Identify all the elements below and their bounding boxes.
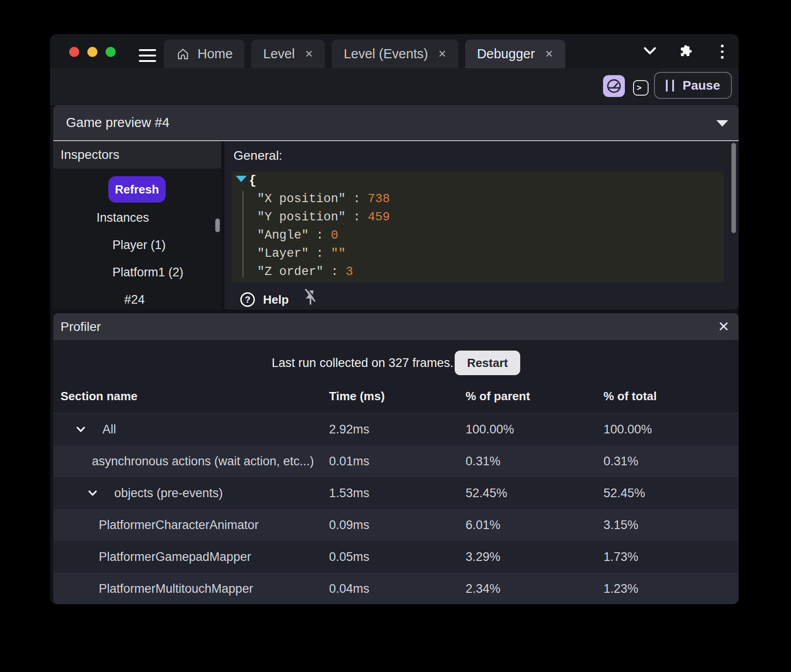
inspector-item[interactable]: Instances [96,209,149,227]
profiler-row[interactable]: All2.92ms100.00%100.00% [53,413,739,445]
percent-total-cell: 100.00% [603,423,652,437]
section-name: All [53,423,116,437]
inspector-item[interactable]: Player (1) [112,236,166,254]
tab-level-events-[interactable]: Level (Events)✕ [332,40,458,68]
game-preview-header[interactable]: Game preview #4 [53,105,739,140]
close-window-button[interactable] [69,47,79,57]
pause-icon [666,80,674,92]
help-icon[interactable]: ? [240,292,255,307]
collapse-caret-icon[interactable] [716,120,728,127]
profiler-status-text: Last run collected on 327 frames. [272,356,453,370]
debugger-content: Inspectors Refresh InstancesPlayer (1)Pl… [53,141,739,310]
tab-label: Home [198,46,233,61]
json-open-brace: { [232,172,390,190]
percent-parent-cell: 6.01% [466,518,501,532]
profiler-panel: Profiler ✕ Last run collected on 327 fra… [53,313,739,604]
chevron-down-icon[interactable] [643,46,657,56]
percent-parent-cell: 100.00% [466,423,514,437]
json-property[interactable]: "Y position" : 459 [232,208,390,226]
chevron-down-icon[interactable] [76,424,86,435]
percent-parent-cell: 52.45% [466,486,507,500]
pause-button[interactable]: Pause [654,72,732,99]
json-property[interactable]: "Angle" : 0 [232,226,390,244]
percent-parent-cell: 3.29% [466,550,501,564]
time-cell: 1.53ms [329,486,370,500]
profiler-row[interactable]: asynchronous actions (wait action, etc..… [53,445,739,477]
general-scrollbar[interactable] [731,143,736,233]
percent-parent-cell: 0.31% [466,454,501,468]
app-window: HomeLevel✕Level (Events)✕Debugger✕ > Pa [50,34,739,604]
tab-bar: HomeLevel✕Level (Events)✕Debugger✕ [164,40,565,68]
tab-home[interactable]: Home [164,40,244,68]
game-preview-title: Game preview #4 [66,105,169,140]
section-name: PlatformerMultitouchMapper [53,582,253,596]
json-property[interactable]: "Z order" : 3 [232,263,390,281]
restart-button[interactable]: Restart [455,351,520,375]
extensions-puzzle-icon[interactable] [678,44,692,58]
menu-icon[interactable] [139,49,156,62]
inspectors-title: Inspectors [61,141,119,168]
section-name: PlatformerGamepadMapper [53,550,251,564]
console-icon: > [637,83,642,93]
profiler-table-header: Section nameTime (ms)% of parent% of tot… [53,385,739,407]
game-preview-panel: Game preview #4 Inspectors Refresh Insta… [53,105,739,310]
profiler-toggle-button[interactable] [603,75,625,97]
tab-close-icon[interactable]: ✕ [438,48,446,60]
json-property[interactable]: "X position" : 738 [232,190,390,208]
column-header: Section name [61,385,137,407]
kebab-menu-icon[interactable] [721,45,724,59]
percent-total-cell: 1.73% [603,550,639,564]
section-name: PlatformerCharacterAnimator [53,518,259,532]
section-name: objects (pre-events) [53,486,223,500]
inspectors-scrollbar[interactable] [215,219,220,232]
inspectors-header: Inspectors [53,141,221,168]
percent-parent-cell: 2.34% [466,582,501,596]
tab-close-icon[interactable]: ✕ [305,48,313,60]
general-title: General: [233,145,282,167]
profiler-close-icon[interactable]: ✕ [718,313,730,340]
inspectors-panel: Inspectors Refresh InstancesPlayer (1)Pl… [53,141,221,310]
tab-level[interactable]: Level✕ [251,40,325,68]
debugger-toolbar: > Pause [50,68,739,105]
profiler-row[interactable]: PlatformerMultitouchMapper0.04ms2.34%1.2… [53,573,739,604]
console-button[interactable]: > [633,80,649,96]
tab-label: Debugger [477,46,535,61]
titlebar: HomeLevel✕Level (Events)✕Debugger✕ [50,34,739,68]
time-cell: 0.09ms [329,518,370,532]
profiler-status-row: Last run collected on 327 frames. Restar… [53,351,739,375]
column-header: Time (ms) [329,385,385,407]
tab-label: Level [263,46,294,61]
column-header: % of total [603,385,657,407]
refresh-button[interactable]: Refresh [108,176,166,203]
tab-label: Level (Events) [344,46,428,61]
profiler-header: Profiler ✕ [53,313,739,340]
time-cell: 2.92ms [329,423,370,437]
profiler-row[interactable]: objects (pre-events)1.53ms52.45%52.45% [53,477,739,509]
json-property[interactable]: "Layer" : "" [232,244,390,263]
profiler-row[interactable]: PlatformerGamepadMapper0.05ms3.29%1.73% [53,541,739,573]
inspector-item[interactable]: Platform1 (2) [112,263,183,281]
minimize-window-button[interactable] [87,47,97,57]
profiler-row[interactable]: PlatformerCharacterAnimator0.09ms6.01%3.… [53,509,739,541]
percent-total-cell: 3.15% [603,518,639,532]
tab-close-icon[interactable]: ✕ [545,48,553,60]
tab-debugger[interactable]: Debugger✕ [465,40,565,68]
inspectors-list: Refresh InstancesPlayer (1)Platform1 (2)… [53,168,221,310]
gauge-icon [606,78,622,94]
chevron-down-icon[interactable] [87,488,98,499]
time-cell: 0.01ms [329,454,370,468]
section-name: asynchronous actions (wait action, etc..… [53,454,314,468]
pause-label: Pause [683,78,720,93]
help-label[interactable]: Help [263,291,289,308]
profiler-title: Profiler [61,313,101,340]
home-icon [176,47,190,61]
general-panel: General: {"X position" : 738"Y position"… [224,141,739,310]
percent-total-cell: 0.31% [603,454,639,468]
column-header: % of parent [466,385,530,407]
json-tree-view: {"X position" : 738"Y position" : 459"An… [232,172,724,282]
inspector-item[interactable]: #24 [124,290,145,309]
pin-off-icon[interactable] [302,288,319,309]
time-cell: 0.04ms [329,582,370,596]
zoom-window-button[interactable] [106,47,116,57]
desktop-background: HomeLevel✕Level (Events)✕Debugger✕ > Pa [0,0,791,672]
